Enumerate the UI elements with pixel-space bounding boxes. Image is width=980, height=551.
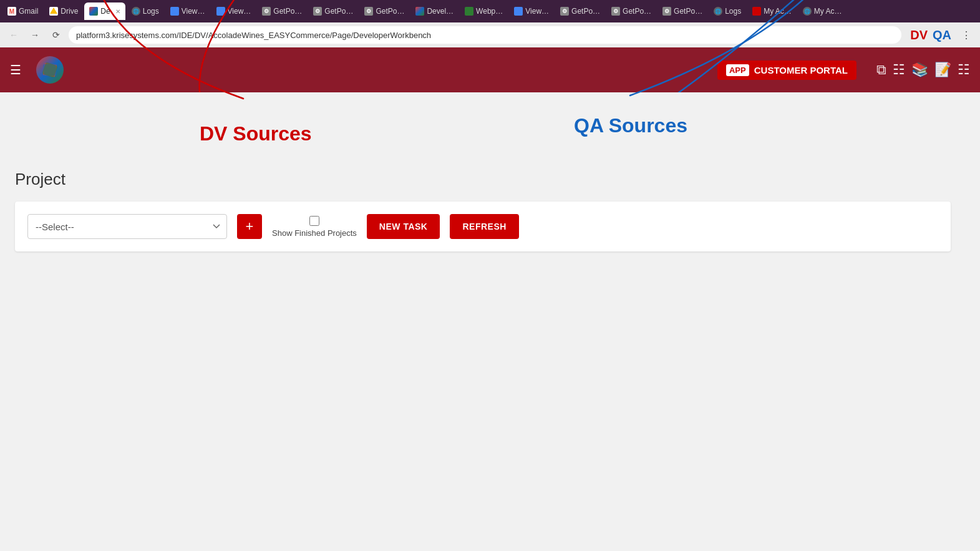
- drive-favicon: [49, 7, 58, 16]
- tab-logs2-label: Logs: [725, 7, 741, 16]
- project-card: --Select-- + Show Finished Projects NEW …: [15, 202, 951, 251]
- project-select[interactable]: --Select--: [27, 214, 227, 239]
- myac1-favicon: [752, 7, 761, 16]
- tab-getpo1-label: GetPo…: [273, 7, 302, 16]
- add-project-button[interactable]: +: [237, 214, 262, 239]
- logs1-favicon: 🌐: [132, 7, 140, 16]
- getpo1-favicon: ⚙: [262, 7, 271, 16]
- tab-view2[interactable]: View…: [211, 2, 256, 20]
- reload-button[interactable]: ⟳: [47, 26, 65, 44]
- view2-favicon: [216, 7, 225, 16]
- tab-getpo3[interactable]: ⚙ GetPo…: [359, 2, 409, 20]
- show-finished-checkbox[interactable]: [309, 216, 319, 226]
- refresh-button[interactable]: REFRESH: [450, 214, 518, 239]
- myac2-favicon: 🌐: [803, 7, 812, 16]
- extensions-button[interactable]: ⋮: [958, 26, 975, 44]
- getpo2-favicon: ⚙: [313, 7, 322, 16]
- tab-getpo5-label: GetPo…: [623, 7, 651, 16]
- new-task-button[interactable]: NEW TASK: [367, 214, 440, 239]
- tab-webp-label: Webp…: [476, 7, 503, 16]
- tab-getpo6[interactable]: ⚙ GetPo…: [657, 2, 707, 20]
- tab-view1[interactable]: View…: [165, 2, 210, 20]
- qa-env-label: QA: [933, 28, 951, 42]
- tab-logs1-label: Logs: [143, 7, 159, 16]
- address-input[interactable]: [69, 26, 901, 44]
- tab-getpo4[interactable]: ⚙ GetPo…: [555, 2, 605, 20]
- tab-webp[interactable]: Webp…: [460, 2, 508, 20]
- dv-env-label: DV: [910, 28, 928, 42]
- tab-devbench-label: De: [100, 7, 110, 16]
- gmail-favicon: M: [7, 7, 16, 16]
- tab-getpo5[interactable]: ⚙ GetPo…: [606, 2, 656, 20]
- tab-myac1-label: My Ac…: [764, 7, 792, 16]
- header-action-icons: ⧉ ☷ 📚 📝 ☷: [876, 62, 970, 78]
- tab-getpo1[interactable]: ⚙ GetPo…: [257, 2, 307, 20]
- tab-gmail[interactable]: M Gmail: [2, 2, 43, 20]
- show-finished-group: Show Finished Projects: [272, 216, 357, 238]
- view3-favicon: [514, 7, 523, 16]
- page-title: Project: [15, 170, 965, 189]
- show-finished-label: Show Finished Projects: [272, 228, 357, 238]
- tab-devel[interactable]: Devel…: [410, 2, 458, 20]
- portal-label: CUSTOMER PORTAL: [754, 65, 848, 76]
- qa-sources-label: QA Sources: [574, 114, 687, 137]
- tab-close-icon[interactable]: ✕: [115, 8, 120, 15]
- getpo6-favicon: ⚙: [662, 7, 671, 16]
- customer-portal-badge: APP CUSTOMER PORTAL: [717, 61, 856, 80]
- app-header: ☰ APP CUSTOMER PORTAL ⧉ ☷ 📚 📝 ☷: [0, 47, 980, 92]
- tab-logs2[interactable]: 🌐 Logs: [709, 2, 746, 20]
- logs2-favicon: 🌐: [714, 7, 722, 16]
- getpo5-favicon: ⚙: [611, 7, 620, 16]
- tab-devel-label: Devel…: [427, 7, 454, 16]
- tab-myac2-label: My Ac…: [814, 7, 842, 16]
- tab-getpo2[interactable]: ⚙ GetPo…: [308, 2, 358, 20]
- hamburger-menu[interactable]: ☰: [10, 62, 21, 77]
- tab-bar: M Gmail Drive De ✕ 🌐 Logs View…: [0, 0, 980, 22]
- tab-view1-label: View…: [182, 7, 205, 16]
- tasks-icon[interactable]: ☷: [958, 62, 970, 78]
- tab-view3[interactable]: View…: [509, 2, 554, 20]
- tab-gmail-label: Gmail: [19, 7, 38, 16]
- webp-favicon: [465, 7, 473, 16]
- app-badge-icon: APP: [726, 64, 749, 76]
- devel-favicon: [415, 7, 424, 16]
- address-bar-row: ← → ⟳ DV QA ⋮: [0, 22, 980, 47]
- tab-view2-label: View…: [228, 7, 251, 16]
- tab-logs1[interactable]: 🌐 Logs: [127, 2, 164, 20]
- devbench-favicon: [89, 7, 98, 16]
- env-labels: DV QA: [910, 28, 951, 42]
- tab-myac2[interactable]: 🌐 My Ac…: [798, 2, 847, 20]
- tab-getpo3-label: GetPo…: [376, 7, 404, 16]
- main-content: DV Sources QA Sources Project --Select--…: [0, 92, 980, 467]
- external-link-icon[interactable]: ⧉: [876, 62, 886, 78]
- browser-chrome: M Gmail Drive De ✕ 🌐 Logs View…: [0, 0, 980, 47]
- app-logo: [36, 56, 64, 84]
- tab-view3-label: View…: [525, 7, 549, 16]
- svg-marker-0: [50, 7, 57, 14]
- browser-toolbar-icons: ⋮: [958, 26, 975, 44]
- tab-getpo2-label: GetPo…: [324, 7, 353, 16]
- getpo4-favicon: ⚙: [560, 7, 569, 16]
- log-icon[interactable]: 📝: [934, 62, 951, 78]
- tab-devbench[interactable]: De ✕: [84, 2, 125, 20]
- back-button[interactable]: ←: [5, 26, 22, 44]
- list-icon[interactable]: ☷: [893, 62, 905, 78]
- books-icon[interactable]: 📚: [911, 62, 928, 78]
- view1-favicon: [170, 7, 179, 16]
- dv-sources-label: DV Sources: [200, 122, 312, 145]
- tab-getpo4-label: GetPo…: [571, 7, 600, 16]
- forward-button[interactable]: →: [26, 26, 44, 44]
- tab-drive-label: Drive: [61, 7, 78, 16]
- tab-myac1[interactable]: My Ac…: [747, 2, 797, 20]
- getpo3-favicon: ⚙: [364, 7, 373, 16]
- tab-getpo6-label: GetPo…: [674, 7, 702, 16]
- tab-drive[interactable]: Drive: [44, 2, 83, 20]
